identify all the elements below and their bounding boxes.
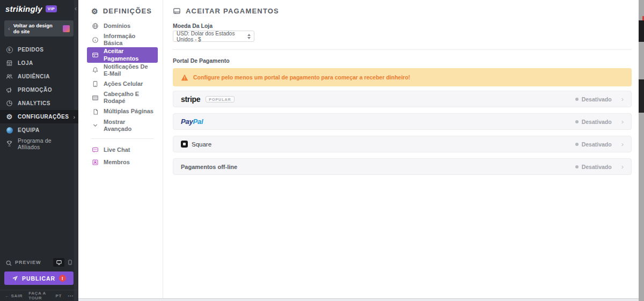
settings-items: Domínios Informação Básica Aceitar Pagam… xyxy=(87,20,158,168)
settings-item-live-chat[interactable]: Live Chat xyxy=(87,144,158,156)
sidebar-footer: ← SAIR FAÇA A TOUR PT ⋯ xyxy=(0,290,78,301)
status-dot-icon xyxy=(575,120,579,123)
globe-icon xyxy=(91,23,99,30)
settings-item-mostrar-avancado[interactable]: Mostrar Avançado xyxy=(87,118,158,133)
chevron-right-icon: › xyxy=(621,163,624,171)
trophy-icon xyxy=(5,140,13,148)
sidebar-item-label: PROMOÇÃO xyxy=(18,87,52,93)
right-strip-icon-block[interactable] xyxy=(639,79,644,113)
bell-icon xyxy=(91,67,99,74)
sidebar-item-pedidos[interactable]: $ PEDIDOS xyxy=(0,43,78,56)
settings-item-label: Live Chat xyxy=(104,146,130,153)
settings-panel: ⚙ DEFINIÇÕES Domínios Informação Básica xyxy=(78,0,163,301)
sidebar-item-analytics[interactable]: ANALYTICS xyxy=(0,97,78,110)
settings-item-informacao-basica[interactable]: Informação Básica xyxy=(87,32,158,47)
collapse-sidebar-icon[interactable]: ‹ xyxy=(75,5,77,12)
sidebar-item-label: CONFIGURAÇÕES xyxy=(18,114,69,120)
gear-icon: ⚙ xyxy=(91,8,99,15)
right-strip-icon-block[interactable] xyxy=(639,20,644,42)
sidebar-item-label: ANALYTICS xyxy=(18,100,50,106)
megaphone-icon xyxy=(5,86,13,94)
preview-label[interactable]: PREVIEW xyxy=(15,260,41,265)
sidebar-menu: $ PEDIDOS LOJA AUDIÊNCIA PROMOÇÃO xyxy=(0,43,78,150)
warning-banner: Configure pelo menos um portal de pagame… xyxy=(173,68,632,86)
sidebar-item-audiencia[interactable]: AUDIÊNCIA xyxy=(0,70,78,83)
popular-badge: POPULAR xyxy=(206,96,234,102)
gateway-row-paypal[interactable]: PayPal Desativado › xyxy=(173,113,632,130)
gateway-row-square[interactable]: Square Desativado › xyxy=(173,136,632,152)
language-selector[interactable]: PT xyxy=(56,293,62,298)
sidebar-item-programa-de-afiliados[interactable]: Programa de Afiliados xyxy=(0,137,78,150)
preview-row: PREVIEW xyxy=(0,255,78,269)
info-icon xyxy=(91,36,99,43)
settings-item-membros[interactable]: Membros xyxy=(87,156,158,168)
people-icon xyxy=(5,72,13,80)
settings-item-label: Aceitar Pagamentos xyxy=(104,48,153,62)
settings-item-label: Notificações De E-Mail xyxy=(104,63,153,77)
mobile-icon xyxy=(91,80,99,88)
device-toggle-group xyxy=(53,258,73,267)
sidebar-bottom: PREVIEW PUBLICAR ! ← SAIR xyxy=(0,255,78,301)
status-label: Desativado xyxy=(582,141,612,148)
settings-item-label: Membros xyxy=(104,159,130,166)
sidebar-item-equipa[interactable]: EQUIPA xyxy=(0,123,78,137)
settings-panel-title: DEFINIÇÕES xyxy=(103,7,152,15)
status-label: Desativado xyxy=(582,96,612,102)
currency-select-value: USD: Dolar dos Estados Unidos - $ xyxy=(177,31,247,42)
status-dot-icon xyxy=(575,143,579,146)
gateway-row-offline[interactable]: Pagamentos off-line Desativado › xyxy=(173,158,632,175)
gear-icon: ⚙ xyxy=(5,113,13,121)
main-sidebar: strikingly VIP ‹ ‹ Voltar ao design do s… xyxy=(0,0,78,301)
mobile-preview-toggle[interactable] xyxy=(67,258,73,267)
sidebar-item-label: Programa de Afiliados xyxy=(18,137,73,150)
vip-badge: VIP xyxy=(46,5,57,12)
status-dot-icon xyxy=(575,165,579,168)
more-options-icon[interactable]: ⋯ xyxy=(68,292,74,299)
chevron-right-icon: › xyxy=(621,118,624,126)
app-root: strikingly VIP ‹ ‹ Voltar ao design do s… xyxy=(0,0,644,301)
settings-item-acoes-celular[interactable]: Ações Celular xyxy=(87,78,158,90)
dollar-circle-icon: $ xyxy=(5,46,13,54)
sidebar-item-loja[interactable]: LOJA xyxy=(0,56,78,70)
settings-item-multiplas-paginas[interactable]: Múltiplas Páginas xyxy=(87,106,158,118)
settings-item-dominios[interactable]: Domínios xyxy=(87,20,158,32)
gateway-status: Desativado › xyxy=(575,163,624,171)
gateway-row-stripe[interactable]: stripe POPULAR Desativado › xyxy=(173,91,632,107)
sidebar-item-configuracoes[interactable]: ⚙ CONFIGURAÇÕES › xyxy=(0,110,78,123)
logo-row: strikingly VIP ‹ xyxy=(5,2,77,15)
settings-item-label: Cabeçalho E Rodapé xyxy=(104,91,153,105)
back-to-editor-button[interactable]: ‹ Voltar ao design do site xyxy=(4,20,74,36)
publish-label: PUBLICAR xyxy=(22,275,55,282)
settings-item-notificacoes-de-email[interactable]: Notificações De E-Mail xyxy=(87,63,158,78)
storefront-icon xyxy=(5,59,13,67)
settings-item-label: Mostrar Avançado xyxy=(104,119,153,133)
publish-alert-badge: ! xyxy=(59,275,66,282)
publish-button[interactable]: PUBLICAR ! xyxy=(4,271,74,285)
page-header: ACEITAR PAGAMENTOS xyxy=(173,7,279,15)
gateway-section-label: Portal De Pagamento xyxy=(173,57,230,64)
strikingly-logo[interactable]: strikingly xyxy=(5,4,42,13)
status-label: Desativado xyxy=(582,164,612,170)
desktop-preview-toggle[interactable] xyxy=(53,258,64,267)
tour-link[interactable]: FAÇA A TOUR xyxy=(28,291,49,300)
bottom-edge-band xyxy=(78,299,644,301)
sidebar-item-promocao[interactable]: PROMOÇÃO xyxy=(0,83,78,97)
member-icon xyxy=(91,158,99,166)
pie-chart-icon xyxy=(5,99,13,107)
credit-card-icon xyxy=(91,52,99,59)
back-arrow-icon: ← xyxy=(5,293,10,298)
settings-panel-header: ⚙ DEFINIÇÕES xyxy=(91,7,152,15)
exit-link[interactable]: ← SAIR xyxy=(5,293,23,298)
chevron-left-icon: ‹ xyxy=(8,25,10,32)
paypal-logo: PayPal xyxy=(181,118,203,126)
settings-item-cabecalho-e-rodape[interactable]: Cabeçalho E Rodapé xyxy=(87,90,158,105)
settings-divider xyxy=(91,138,153,139)
stripe-logo: stripe xyxy=(181,95,200,104)
chevron-right-icon: › xyxy=(621,140,624,148)
right-edge-strip xyxy=(639,0,644,301)
globe-color-icon xyxy=(5,126,13,134)
settings-item-aceitar-pagamentos[interactable]: Aceitar Pagamentos xyxy=(87,47,158,62)
search-icon xyxy=(5,259,12,266)
currency-select[interactable]: USD: Dolar dos Estados Unidos - $ xyxy=(173,31,254,42)
gateway-status: Desativado › xyxy=(575,95,624,103)
